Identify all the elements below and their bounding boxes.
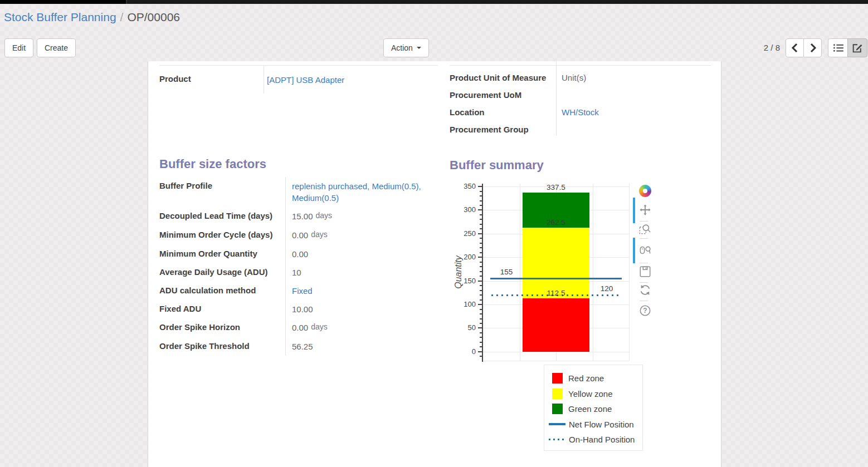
field-label: Average Daily Usage (ADU) <box>159 263 285 282</box>
field-value-cell: 15.00days <box>285 207 433 226</box>
field-row-average-daily-usage-adu: Average Daily Usage (ADU)10 <box>159 263 433 282</box>
field-row-procurement-group: Procurement Group <box>450 121 711 139</box>
page: { "breadcrumb": { "parent": "Stock Buffe… <box>0 0 868 467</box>
field-label: Fixed ADU <box>159 300 285 318</box>
field-value: 56.25 <box>292 342 313 351</box>
field-value: 0.00 <box>292 249 308 259</box>
product-group-right-rows: Product Unit of MeasureUnit(s)Procuremen… <box>450 70 711 139</box>
bar-value-label: 112.5 <box>534 289 578 298</box>
line-value-label: 155 <box>490 268 523 277</box>
modebar-active-indicator <box>633 198 635 223</box>
line-value-label: 120 <box>590 284 623 293</box>
compare-hover-icon[interactable] <box>638 244 652 257</box>
create-button[interactable]: Create <box>37 38 76 57</box>
list-view-icon <box>833 43 843 52</box>
field-value: 0.00 <box>292 230 308 240</box>
field-value-product[interactable]: [ADPT] USB Adapter <box>267 75 344 85</box>
field-label: Minimum Order Quantity <box>159 245 285 263</box>
buffer-factors-table: Buffer Profilereplenish purchased, Mediu… <box>159 177 433 356</box>
field-label: Minimum Order Cycle (days) <box>159 226 285 245</box>
legend-label: Yellow zone <box>568 389 613 399</box>
field-row-order-spike-horizon: Order Spike Horizon0.00days <box>159 318 433 337</box>
next-page-button[interactable] <box>803 38 822 57</box>
action-button[interactable]: Action <box>383 38 429 57</box>
field-label: Order Spike Threshold <box>159 337 285 356</box>
zone-yellow-zone <box>523 228 589 298</box>
field-value: Unit(s) <box>556 73 586 82</box>
legend-label: Net Flow Position <box>569 420 634 429</box>
chart-gridline-h <box>483 352 629 352</box>
field-label: Buffer Profile <box>159 177 285 207</box>
modebar-divider <box>640 282 648 283</box>
field-row-buffer-profile: Buffer Profilereplenish purchased, Mediu… <box>159 177 433 207</box>
breadcrumb: Stock Buffer Planning/OP/00006 <box>4 11 180 24</box>
field-value-cell: 0.00days <box>285 226 433 245</box>
modebar-divider <box>640 238 648 239</box>
legend-swatch <box>552 373 563 384</box>
edit-button[interactable]: Edit <box>4 38 33 57</box>
pan-icon[interactable] <box>638 203 652 217</box>
modebar-divider <box>640 263 648 263</box>
legend-item-green-zone[interactable]: Green zone <box>552 401 642 417</box>
view-switcher <box>828 38 867 57</box>
section-title-buffer-size-factors: Buffer size factors <box>159 157 266 171</box>
chart-tick-label: 200 <box>450 253 476 262</box>
legend-item-on-hand-position[interactable]: On-Hand Position <box>552 432 642 448</box>
form-view-button[interactable] <box>847 38 867 57</box>
field-value[interactable]: Fixed <box>292 286 313 296</box>
field-row-minimum-order-quantity: Minimum Order Quantity0.00 <box>159 245 433 263</box>
svg-text:?: ? <box>643 307 647 314</box>
bar-value-label: 262.5 <box>534 218 578 227</box>
modebar-divider <box>640 301 648 301</box>
legend-label: On-Hand Position <box>569 435 635 444</box>
field-value-cell: 10 <box>285 263 433 282</box>
legend-swatch <box>549 439 565 440</box>
legend-item-yellow-zone[interactable]: Yellow zone <box>552 386 642 402</box>
field-row-minimum-order-cycle-days: Minimum Order Cycle (days)0.00days <box>159 226 433 245</box>
chevron-right-icon <box>808 43 817 53</box>
chart-tick-label: 0 <box>450 347 476 356</box>
field-value: 15.00 <box>292 212 313 221</box>
help-icon[interactable]: ? <box>638 304 652 317</box>
form-sheet: Product [ADPT] USB Adapter Product Unit … <box>148 61 721 467</box>
field-value-cell: 10.00 <box>285 300 433 318</box>
field-row-product-unit-of-measure: Product Unit of MeasureUnit(s) <box>450 70 711 87</box>
list-view-button[interactable] <box>828 38 848 57</box>
field-row-procurement-uom: Procurement UoM <box>450 87 711 104</box>
field-label: Procurement UoM <box>450 90 556 100</box>
field-value[interactable]: replenish purchased, Medium(0.5), Medium… <box>292 181 421 203</box>
field-row-location: LocationWH/Stock <box>450 104 711 121</box>
field-value: 10 <box>292 268 301 277</box>
plotly-logo-icon[interactable] <box>638 184 652 198</box>
chart-plot-bottom-border <box>483 361 629 361</box>
field-value: 0.00 <box>292 323 308 332</box>
chart-tick-label: 150 <box>450 277 476 286</box>
save-icon[interactable] <box>638 265 652 278</box>
net-flow-position-line[interactable] <box>490 278 622 279</box>
legend-swatch <box>552 389 563 399</box>
caret-down-icon <box>417 47 421 49</box>
modebar-active-indicator <box>633 238 635 263</box>
pager-buttons <box>786 38 822 57</box>
field-unit-suffix: days <box>311 322 328 331</box>
breadcrumb-parent-link[interactable]: Stock Buffer Planning <box>4 11 116 23</box>
form-view-icon <box>852 43 862 53</box>
field-unit-suffix: days <box>311 230 328 239</box>
reset-axes-icon[interactable] <box>638 283 652 297</box>
zoom-box-icon[interactable] <box>638 223 652 236</box>
chart-tick-label: 250 <box>450 229 476 238</box>
legend-label: Green zone <box>568 404 612 414</box>
chart-tick-label: 350 <box>450 182 476 191</box>
buffer-chart[interactable]: Quantity Red zoneYellow zoneGreen zoneNe… <box>450 181 711 459</box>
legend-item-net-flow-position[interactable]: Net Flow Position <box>552 417 642 432</box>
field-value-cell: replenish purchased, Medium(0.5), Medium… <box>285 177 433 207</box>
field-label-product: Product <box>159 74 191 83</box>
field-unit-suffix: days <box>316 211 333 220</box>
previous-page-button[interactable] <box>786 38 804 57</box>
field-value[interactable]: WH/Stock <box>556 107 599 117</box>
legend-item-red-zone[interactable]: Red zone <box>552 371 642 386</box>
field-row-decoupled-lead-time-days: Decoupled Lead Time (days)15.00days <box>159 207 433 226</box>
action-button-label: Action <box>391 43 413 52</box>
legend-swatch <box>552 404 563 414</box>
column-divider <box>264 66 264 94</box>
